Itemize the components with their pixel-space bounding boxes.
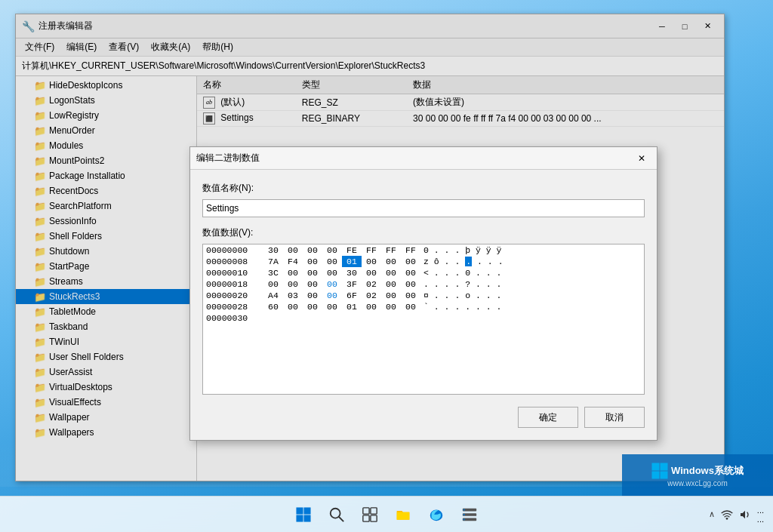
watermark-title: Windows系统城: [671, 464, 744, 478]
task-view-button[interactable]: [355, 500, 385, 530]
hex-byte[interactable]: 00: [381, 256, 401, 267]
svg-rect-13: [371, 515, 377, 521]
hex-byte[interactable]: 02: [362, 278, 381, 290]
hex-byte[interactable]: 00: [303, 267, 322, 278]
task-view-icon: [362, 506, 378, 523]
hex-offset: 00000020: [203, 290, 263, 301]
hex-offset: 00000008: [203, 256, 263, 267]
hex-byte[interactable]: 00: [322, 244, 342, 256]
hex-byte[interactable]: 02: [362, 290, 381, 301]
svg-line-9: [339, 516, 343, 521]
hex-byte[interactable]: 00: [381, 301, 401, 312]
hex-byte[interactable]: 00: [401, 290, 420, 301]
clock[interactable]: ... ...: [757, 506, 764, 524]
hex-byte[interactable]: 00: [362, 267, 381, 278]
svg-rect-1: [661, 463, 668, 471]
search-button[interactable]: [322, 500, 352, 530]
dialog-buttons: 确定 取消: [202, 407, 645, 428]
hex-byte[interactable]: 01: [342, 301, 362, 312]
hex-byte[interactable]: 00: [303, 290, 322, 301]
edge-button[interactable]: [421, 500, 451, 530]
hex-byte[interactable]: 7A: [263, 256, 283, 267]
hex-byte[interactable]: 3F: [342, 278, 362, 290]
hex-ascii: . . . . ? . . .: [420, 278, 644, 290]
dialog-body: 数值名称(N): 数值数据(V): 00000000 30 00: [190, 170, 657, 440]
taskbar: ∧ ... ...: [0, 496, 773, 532]
hex-byte[interactable]: F4: [283, 256, 303, 267]
hex-byte[interactable]: FF: [401, 244, 420, 256]
hex-byte[interactable]: 00: [401, 278, 420, 290]
hex-byte[interactable]: 00: [303, 301, 322, 312]
hex-offset: 00000000: [203, 244, 263, 256]
name-input[interactable]: [202, 199, 645, 217]
file-explorer-button[interactable]: [388, 500, 418, 530]
hex-ascii: 0 . . . þ ÿ ÿ ÿ: [420, 244, 644, 256]
watermark-url: www.wxcLgg.com: [651, 479, 744, 487]
hex-byte[interactable]: 00: [283, 278, 303, 290]
hex-ascii: z ô . . . . . .: [420, 256, 644, 267]
hex-byte[interactable]: 30: [263, 244, 283, 256]
hex-byte[interactable]: FE: [342, 244, 362, 256]
hex-byte[interactable]: 00: [381, 267, 401, 278]
hex-byte[interactable]: 60: [263, 301, 283, 312]
hex-byte-selected[interactable]: 01: [342, 256, 362, 267]
svg-rect-12: [363, 515, 369, 521]
hex-ascii: ¤ . . . o . . .: [420, 290, 644, 301]
hex-byte[interactable]: 00: [401, 301, 420, 312]
svg-rect-11: [371, 507, 377, 513]
hex-offset: 00000028: [203, 301, 263, 312]
hex-byte[interactable]: 00: [283, 244, 303, 256]
hex-byte[interactable]: 00: [322, 278, 342, 290]
svg-rect-0: [652, 463, 660, 471]
hex-byte[interactable]: 00: [362, 301, 381, 312]
binary-edit-dialog: 编辑二进制数值 ✕ 数值名称(N): 数值数据(V): 00000000: [189, 146, 658, 441]
svg-rect-10: [363, 507, 369, 513]
svg-point-21: [725, 518, 728, 520]
desktop: 🔧 注册表编辑器 ─ □ ✕ 文件(F) 编辑(E) 查看(V) 收藏夹(A) …: [0, 0, 773, 532]
hex-byte[interactable]: FF: [362, 244, 381, 256]
hex-byte[interactable]: 00: [303, 256, 322, 267]
taskbar-right: ∧ ... ...: [709, 506, 764, 524]
hex-byte[interactable]: 6F: [342, 290, 362, 301]
hex-byte[interactable]: FF: [381, 244, 401, 256]
start-button[interactable]: [288, 500, 319, 530]
hex-byte[interactable]: 00: [303, 278, 322, 290]
hex-byte[interactable]: 00: [263, 278, 283, 290]
hex-byte[interactable]: 3C: [263, 267, 283, 278]
hex-row: 00000030: [203, 312, 644, 324]
hex-byte[interactable]: 00: [322, 290, 342, 301]
hex-byte[interactable]: 00: [401, 267, 420, 278]
hex-byte[interactable]: 00: [401, 256, 420, 267]
hex-byte[interactable]: 00: [303, 244, 322, 256]
hex-ascii: < . . . 0 . . .: [420, 267, 644, 278]
name-label: 数值名称(N):: [202, 182, 645, 195]
svg-rect-20: [463, 518, 465, 520]
dialog-close-button[interactable]: ✕: [633, 151, 651, 166]
tray-chevron[interactable]: ∧: [709, 509, 715, 519]
ok-button[interactable]: 确定: [518, 407, 578, 428]
hex-byte[interactable]: 00: [322, 301, 342, 312]
svg-rect-5: [303, 507, 310, 514]
svg-rect-6: [296, 515, 303, 521]
hex-byte[interactable]: 00: [362, 256, 381, 267]
hex-row: 00000028 60 00 00 00 01 00 00 00 ` . .: [203, 301, 644, 312]
hex-byte[interactable]: 03: [283, 290, 303, 301]
hex-byte[interactable]: A4: [263, 290, 283, 301]
hex-byte[interactable]: 00: [283, 301, 303, 312]
hex-editor[interactable]: 00000000 30 00 00 00 FE FF FF FF 0 . .: [202, 244, 645, 395]
hex-byte[interactable]: 00: [322, 256, 342, 267]
edge-icon: [428, 506, 445, 523]
cancel-button[interactable]: 取消: [584, 407, 645, 428]
start-icon: [296, 507, 311, 522]
hex-byte[interactable]: 30: [342, 267, 362, 278]
hex-byte[interactable]: 00: [381, 290, 401, 301]
file-explorer-icon: [395, 507, 411, 522]
hex-byte[interactable]: 00: [283, 267, 303, 278]
hex-byte[interactable]: 00: [381, 278, 401, 290]
registry-app-button[interactable]: [454, 500, 485, 530]
hex-offset: 00000018: [203, 278, 263, 290]
registry-editor-window: 🔧 注册表编辑器 ─ □ ✕ 文件(F) 编辑(E) 查看(V) 收藏夹(A) …: [15, 14, 725, 481]
hex-offset: 00000030: [203, 312, 263, 324]
hex-row: 00000000 30 00 00 00 FE FF FF FF 0 . .: [203, 244, 644, 256]
hex-byte[interactable]: 00: [322, 267, 342, 278]
